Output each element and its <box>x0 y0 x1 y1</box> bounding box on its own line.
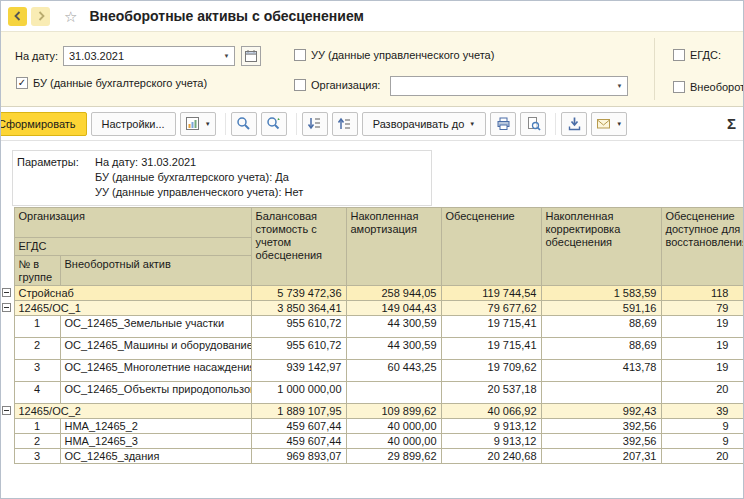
expand-levels-button[interactable] <box>332 112 358 136</box>
cell-amortization[interactable]: 44 300,59 <box>346 316 441 338</box>
bu-checkbox[interactable]: ✓ БУ (данные бухгалтерского учета) <box>16 77 207 89</box>
group-name-cell[interactable]: Стройснаб <box>14 286 251 301</box>
cell-amortization[interactable] <box>346 382 441 404</box>
cell-amortization[interactable]: 40 000,00 <box>346 434 441 449</box>
date-field[interactable]: ▼ <box>63 46 235 66</box>
organization-input[interactable] <box>391 80 612 92</box>
calendar-button[interactable] <box>241 46 261 66</box>
cell-balance[interactable]: 969 893,07 <box>251 449 346 464</box>
collapse-levels-button[interactable] <box>302 112 328 136</box>
autosum-indicator[interactable]: Σ <box>727 115 736 132</box>
cell-impairment[interactable]: 119 744,54 <box>441 286 541 301</box>
print-preview-button[interactable] <box>520 112 546 136</box>
chevron-down-icon[interactable]: ▼ <box>219 47 234 65</box>
cell-impairment[interactable]: 40 066,92 <box>441 404 541 419</box>
cell-recoverable[interactable]: 19 <box>661 360 743 382</box>
forward-button[interactable] <box>31 7 50 26</box>
cell-impairment[interactable]: 20 537,18 <box>441 382 541 404</box>
cell-recoverable[interactable]: 9 <box>661 434 743 449</box>
date-input[interactable] <box>64 50 219 62</box>
cell-asset-name[interactable]: ОС_12465_здания <box>60 449 251 464</box>
chevron-down-icon[interactable]: ▼ <box>612 77 627 95</box>
cell-adjustment[interactable]: 88,69 <box>541 338 661 360</box>
cell-group-number[interactable]: 1 <box>14 316 60 338</box>
collapse-group-icon[interactable] <box>2 303 11 312</box>
cell-amortization[interactable]: 40 000,00 <box>346 419 441 434</box>
cell-adjustment[interactable]: 992,43 <box>541 404 661 419</box>
group-name-cell[interactable]: 12465/ОС_1 <box>14 301 251 316</box>
settings-button[interactable]: Настройки... <box>91 112 176 136</box>
cell-impairment[interactable]: 9 913,12 <box>441 419 541 434</box>
save-button[interactable] <box>561 112 587 136</box>
cell-adjustment[interactable]: 392,56 <box>541 434 661 449</box>
generate-button[interactable]: Сформировать <box>1 112 87 136</box>
cell-balance[interactable]: 459 607,44 <box>251 419 346 434</box>
collapse-group-icon[interactable] <box>2 288 11 297</box>
cell-amortization[interactable]: 29 899,62 <box>346 449 441 464</box>
cell-impairment[interactable]: 9 913,12 <box>441 434 541 449</box>
cell-balance[interactable]: 955 610,72 <box>251 338 346 360</box>
cell-amortization[interactable]: 60 443,25 <box>346 360 441 382</box>
cell-group-number[interactable]: 2 <box>14 434 60 449</box>
cell-asset-name[interactable]: ОС_12465_Объекты природопользования <box>60 382 251 404</box>
back-button[interactable] <box>8 7 27 26</box>
cell-asset-name[interactable]: НМА_12465_2 <box>60 419 251 434</box>
cell-group-number[interactable]: 1 <box>14 419 60 434</box>
noncurrent-assets-checkbox[interactable]: Внеоборотны <box>673 81 743 93</box>
cell-recoverable[interactable]: 19 <box>661 316 743 338</box>
cell-adjustment[interactable]: 392,56 <box>541 419 661 434</box>
cell-impairment[interactable]: 19 715,41 <box>441 316 541 338</box>
cell-group-number[interactable]: 3 <box>14 360 60 382</box>
cell-adjustment[interactable]: 1 583,59 <box>541 286 661 301</box>
cell-asset-name[interactable]: ОС_12465_Машины и оборудование (кроме <box>60 338 251 360</box>
cell-amortization[interactable]: 109 899,62 <box>346 404 441 419</box>
expand-to-button[interactable]: Разворачивать до ▼ <box>362 112 487 136</box>
cell-asset-name[interactable]: ОС_12465_Многолетние насаждения <box>60 360 251 382</box>
cell-impairment[interactable]: 19 715,41 <box>441 338 541 360</box>
uu-checkbox[interactable]: УУ (данные управленческого учета) <box>294 49 494 61</box>
cell-adjustment[interactable]: 88,69 <box>541 316 661 338</box>
group-name-cell[interactable]: 12465/ОС_2 <box>14 404 251 419</box>
cell-recoverable[interactable]: 20 <box>661 449 743 464</box>
organization-checkbox[interactable]: Организация: <box>294 79 380 91</box>
chevron-down-icon: ▼ <box>205 121 211 127</box>
cell-recoverable[interactable]: 79 <box>661 301 743 316</box>
cell-impairment[interactable]: 20 240,68 <box>441 449 541 464</box>
cell-recoverable[interactable]: 118 <box>661 286 743 301</box>
print-preview-icon <box>526 116 541 131</box>
cell-adjustment[interactable] <box>541 382 661 404</box>
repeat-search-button[interactable] <box>261 112 287 136</box>
cell-amortization[interactable]: 44 300,59 <box>346 338 441 360</box>
send-email-button[interactable]: ▼ <box>591 112 627 136</box>
egds-checkbox[interactable]: ЕГДС: <box>673 49 721 61</box>
cell-adjustment[interactable]: 413,78 <box>541 360 661 382</box>
cell-amortization[interactable]: 258 944,05 <box>346 286 441 301</box>
cell-balance[interactable]: 955 610,72 <box>251 316 346 338</box>
favorite-star-icon[interactable]: ☆ <box>64 9 77 24</box>
organization-field[interactable]: ▼ <box>390 76 628 96</box>
cell-balance[interactable]: 1 889 107,95 <box>251 404 346 419</box>
print-button[interactable] <box>490 112 516 136</box>
cell-balance[interactable]: 939 142,97 <box>251 360 346 382</box>
cell-recoverable[interactable]: 39 <box>661 404 743 419</box>
cell-impairment[interactable]: 79 677,62 <box>441 301 541 316</box>
cell-balance[interactable]: 5 739 472,36 <box>251 286 346 301</box>
cell-recoverable[interactable]: 19 <box>661 338 743 360</box>
cell-group-number[interactable]: 2 <box>14 338 60 360</box>
cell-adjustment[interactable]: 207,31 <box>541 449 661 464</box>
search-button[interactable] <box>231 112 257 136</box>
cell-group-number[interactable]: 4 <box>14 382 60 404</box>
report-variants-button[interactable]: ▼ <box>180 112 216 136</box>
cell-balance[interactable]: 3 850 364,41 <box>251 301 346 316</box>
cell-group-number[interactable]: 3 <box>14 449 60 464</box>
cell-asset-name[interactable]: НМА_12465_3 <box>60 434 251 449</box>
cell-asset-name[interactable]: ОС_12465_Земельные участки <box>60 316 251 338</box>
cell-impairment[interactable]: 19 709,62 <box>441 360 541 382</box>
cell-recoverable[interactable]: 20 <box>661 382 743 404</box>
cell-balance[interactable]: 459 607,44 <box>251 434 346 449</box>
cell-balance[interactable]: 1 000 000,00 <box>251 382 346 404</box>
cell-recoverable[interactable]: 9 <box>661 419 743 434</box>
collapse-group-icon[interactable] <box>2 406 11 415</box>
cell-amortization[interactable]: 149 044,43 <box>346 301 441 316</box>
cell-adjustment[interactable]: 591,16 <box>541 301 661 316</box>
